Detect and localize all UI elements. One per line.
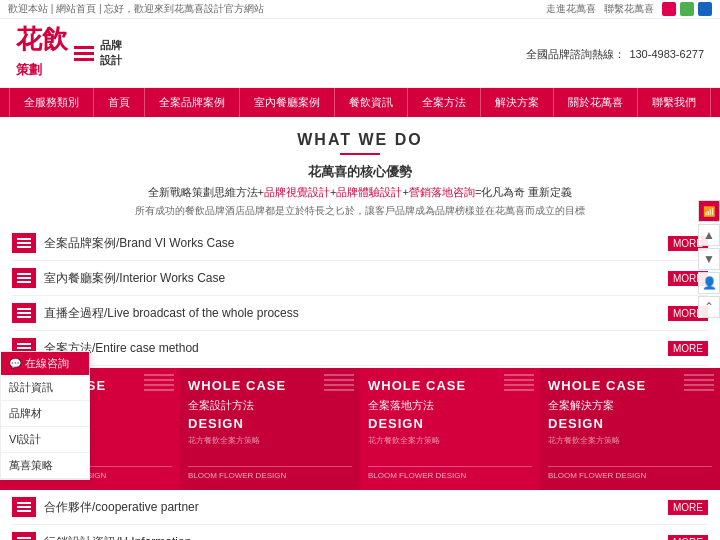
consulting-label: 在線咨詢 (25, 356, 69, 371)
main-nav: 全服務類別 首頁 全案品牌案例 室內餐廳案例 餐飲資訊 全案方法 解決方案 關於… (0, 88, 720, 117)
what-we-do-subtitle: 花萬喜的核心優勢 (20, 163, 700, 181)
what-we-do-section: WHAT WE DO 花萬喜的核心優勢 全新戰略策劃思維方法+品牌視覺設計+品牌… (0, 117, 720, 226)
what-we-do-title: WHAT WE DO (20, 131, 700, 149)
info-icon (12, 532, 36, 540)
social-icons (662, 2, 712, 16)
logo: 花飲策劃 品牌 設計 (16, 27, 122, 79)
consulting-popup: 💬 在線咨詢 設計資訊 品牌材 VI設計 萬喜策略 (0, 351, 90, 480)
logo-sub: 品牌 設計 (100, 38, 122, 68)
bottom-item-partner-text: 合作夥伴/cooperative partner (44, 499, 708, 516)
float-down-button[interactable]: ▼ (698, 248, 720, 270)
card-3-footer: BLOOM FLOWER DESIGN (368, 471, 466, 480)
bottom-item-partner-more[interactable]: MORE (668, 500, 708, 515)
phone-label: 全國品牌諮詢熱線： (526, 48, 625, 60)
nav-item-services[interactable]: 全服務類別 (9, 88, 94, 117)
logo-main-text: 花飲策劃 (16, 27, 68, 79)
bottom-item-info-text: 行銷設計資訊/H Information (44, 534, 708, 540)
card-2-title-cn: 全案設計方法 (188, 398, 352, 413)
card-2[interactable]: WHOLE CASE 全案設計方法 DESIGN 花方餐飲全案方策略 BLOOM… (180, 368, 360, 490)
float-chevron-button[interactable]: ⌃ (698, 296, 720, 318)
nav-item-info[interactable]: 餐飲資訊 (335, 88, 408, 117)
nav-item-about[interactable]: 關於花萬喜 (554, 88, 638, 117)
menu-item-brand-text: 全案品牌案例/Brand VI Works Case (44, 235, 708, 252)
card-2-footer: BLOOM FLOWER DESIGN (188, 471, 286, 480)
card-2-dots (324, 374, 354, 391)
weibo-icon[interactable] (662, 2, 676, 16)
menu-item-method-text: 全案方法/Entire case method (44, 340, 708, 357)
header-phone: 全國品牌諮詢熱線： 130-4983-6277 (526, 45, 704, 62)
logo-bars (74, 46, 94, 61)
card-3-title-cn: 全案落地方法 (368, 398, 532, 413)
menu-item-live[interactable]: 直播全過程/Live broadcast of the whole proces… (12, 296, 708, 331)
card-3-dots (504, 374, 534, 391)
partner-icon (12, 497, 36, 517)
top-bar-right: 走進花萬喜 聯繫花萬喜 (546, 2, 712, 16)
header: 花飲策劃 品牌 設計 全國品牌諮詢熱線： 130-4983-6277 (0, 19, 720, 88)
card-1-dots (144, 374, 174, 391)
bottom-item-partner[interactable]: 合作夥伴/cooperative partner MORE (12, 490, 708, 525)
card-4-dots (684, 374, 714, 391)
link-marketing[interactable]: 營銷落地咨詢 (409, 186, 475, 198)
card-4-bottom: BLOOM FLOWER DESIGN (548, 466, 712, 480)
link-contact[interactable]: 聯繫花萬喜 (604, 2, 654, 16)
consulting-item-design[interactable]: 設計資訊 (1, 375, 89, 401)
what-we-do-desc: 全新戰略策劃思維方法+品牌視覺設計+品牌體驗設計+營銷落地咨詢=化凡為奇 重新定… (20, 185, 700, 200)
float-person-button[interactable]: 👤 (698, 272, 720, 294)
menu-item-interior-text: 室內餐廳案例/Interior Works Case (44, 270, 708, 287)
nav-item-brand-cases[interactable]: 全案品牌案例 (145, 88, 240, 117)
menu-list: 全案品牌案例/Brand VI Works Case MORE 室內餐廳案例/I… (0, 226, 720, 366)
live-icon (12, 303, 36, 323)
link-visual[interactable]: 品牌視覺設計 (264, 186, 330, 198)
bottom-list: 合作夥伴/cooperative partner MORE 行銷設計資訊/H I… (0, 490, 720, 540)
top-bar-left: 歡迎本站 | 網站首頁 | 忘好，歡迎來到花萬喜設計官方網站 (8, 2, 264, 16)
phone-number: 130-4983-6277 (629, 48, 704, 60)
consulting-item-strategy[interactable]: 萬喜策略 (1, 453, 89, 479)
card-4-subtitle: DESIGN (548, 416, 712, 431)
right-float-buttons: 📶 ▲ ▼ 👤 ⌃ (698, 200, 720, 318)
consulting-item-brand[interactable]: 品牌材 (1, 401, 89, 427)
what-we-do-sub: 所有成功的餐飲品牌酒店品牌都是立於特長之匕於，讓客戶品牌成為品牌榜樣並在花萬喜而… (20, 204, 700, 218)
card-3[interactable]: WHOLE CASE 全案落地方法 DESIGN 花方餐飲全案方策略 BLOOM… (360, 368, 540, 490)
card-2-bottom: BLOOM FLOWER DESIGN (188, 466, 352, 480)
menu-item-interior[interactable]: 室內餐廳案例/Interior Works Case MORE (12, 261, 708, 296)
divider (340, 153, 380, 155)
nav-item-method[interactable]: 全案方法 (408, 88, 481, 117)
link-enter[interactable]: 走進花萬喜 (546, 2, 596, 16)
card-2-small: 花方餐飲全案方策略 (188, 435, 352, 446)
top-bar: 歡迎本站 | 網站首頁 | 忘好，歡迎來到花萬喜設計官方網站 走進花萬喜 聯繫花… (0, 0, 720, 19)
nav-item-home[interactable]: 首頁 (94, 88, 145, 117)
nav-item-contact[interactable]: 聯繫我們 (638, 88, 711, 117)
card-3-small: 花方餐飲全案方策略 (368, 435, 532, 446)
menu-item-brand[interactable]: 全案品牌案例/Brand VI Works Case MORE (12, 226, 708, 261)
menu-item-method-more[interactable]: MORE (668, 341, 708, 356)
top-bar-text: 歡迎本站 | 網站首頁 | 忘好，歡迎來到花萬喜設計官方網站 (8, 2, 264, 16)
consulting-header: 💬 在線咨詢 (1, 352, 89, 375)
nav-item-solution[interactable]: 解決方案 (481, 88, 554, 117)
card-4-small: 花方餐飲全案方策略 (548, 435, 712, 446)
bottom-item-info[interactable]: 行銷設計資訊/H Information MORE (12, 525, 708, 540)
float-wifi-button[interactable]: 📶 (698, 200, 720, 222)
menu-item-live-text: 直播全過程/Live broadcast of the whole proces… (44, 305, 708, 322)
link-experience[interactable]: 品牌體驗設計 (336, 186, 402, 198)
card-4-title-cn: 全案解決方案 (548, 398, 712, 413)
float-up-button[interactable]: ▲ (698, 224, 720, 246)
bottom-item-info-more[interactable]: MORE (668, 535, 708, 540)
card-4-footer: BLOOM FLOWER DESIGN (548, 471, 646, 480)
qq-icon[interactable] (698, 2, 712, 16)
card-3-bottom: BLOOM FLOWER DESIGN (368, 466, 532, 480)
nav-item-interior[interactable]: 室內餐廳案例 (240, 88, 335, 117)
card-section: WHOLE CASE 全案底層邏輯 DESIGN 花方餐飲全案方策略 BLOOM… (0, 368, 720, 490)
wechat-icon[interactable] (680, 2, 694, 16)
card-2-subtitle: DESIGN (188, 416, 352, 431)
interior-icon (12, 268, 36, 288)
card-3-subtitle: DESIGN (368, 416, 532, 431)
card-4[interactable]: WHOLE CASE 全案解決方案 DESIGN 花方餐飲全案方策略 BLOOM… (540, 368, 720, 490)
brand-vi-icon (12, 233, 36, 253)
consulting-item-vi[interactable]: VI設計 (1, 427, 89, 453)
menu-item-method[interactable]: 全案方法/Entire case method MORE (12, 331, 708, 366)
